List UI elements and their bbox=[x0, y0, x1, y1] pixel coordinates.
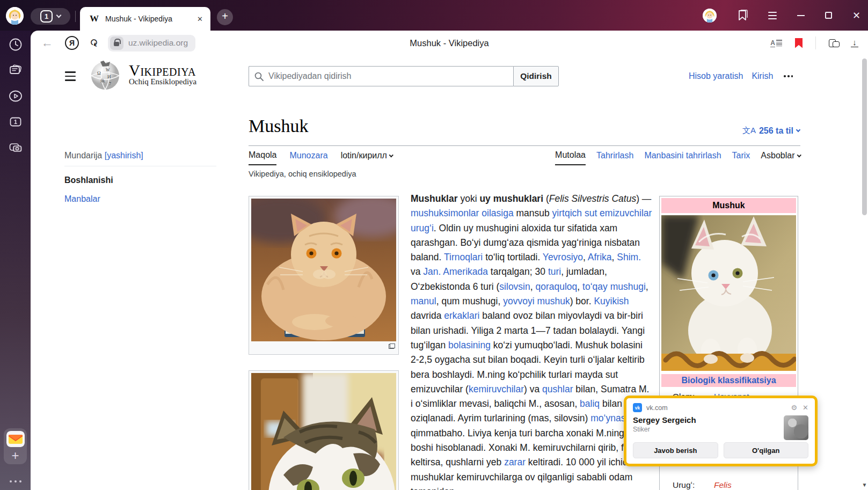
profile-avatar[interactable] bbox=[6, 7, 24, 25]
toc-hide-link[interactable]: [yashirish] bbox=[105, 151, 143, 160]
article-link[interactable]: zarar bbox=[504, 457, 526, 467]
article-tab[interactable]: lotin/кирилл bbox=[341, 150, 393, 165]
new-tab-button[interactable]: + bbox=[217, 9, 233, 25]
scrollbar-thumb[interactable] bbox=[862, 58, 867, 215]
article-link[interactable]: toʻqay mushugi bbox=[582, 281, 646, 292]
browser-tab-active[interactable]: W Mushuk - Vikipediya ✕ bbox=[80, 7, 210, 31]
article-link[interactable]: qoraquloq bbox=[535, 281, 577, 292]
add-app-button[interactable]: + bbox=[11, 450, 19, 461]
article-tab[interactable]: Manbasini tahrirlash bbox=[644, 150, 721, 165]
tab-close-icon[interactable]: ✕ bbox=[197, 15, 203, 23]
article-link[interactable]: bolasining bbox=[448, 340, 491, 350]
notification-message: Stiker bbox=[633, 426, 808, 433]
tabs-panel-icon[interactable]: 1 bbox=[9, 115, 23, 129]
search-button[interactable]: Qidirish bbox=[513, 66, 559, 86]
mail-app-icon[interactable] bbox=[6, 431, 25, 447]
article-tab[interactable]: Munozara bbox=[289, 150, 327, 165]
article-link[interactable]: yovvoyi mushuk bbox=[503, 296, 570, 306]
article-link[interactable]: Afrika bbox=[588, 252, 612, 262]
notification-settings-icon[interactable]: ⚙ bbox=[791, 404, 797, 412]
article-tab[interactable]: Tarix bbox=[732, 150, 750, 165]
back-button[interactable]: ← bbox=[41, 36, 53, 50]
article-link[interactable]: mushuksimonlar oilasiga bbox=[411, 208, 514, 218]
bookmarks-panel-icon[interactable] bbox=[737, 10, 748, 21]
notification-close-icon[interactable]: ✕ bbox=[803, 404, 808, 412]
browser-toolbar: ← Я ⟳ uz.wikipedia.org Mushuk - Vikipedi… bbox=[31, 31, 868, 55]
infobox-image-white-kitten[interactable] bbox=[661, 215, 796, 371]
article-link[interactable]: baliq bbox=[580, 398, 600, 409]
wiki-user-links: Hisob yaratish Kirish bbox=[689, 71, 793, 81]
article-tab[interactable]: Tahrirlash bbox=[596, 150, 633, 165]
article-link[interactable]: Shim. bbox=[617, 252, 641, 262]
collections-icon[interactable] bbox=[829, 39, 838, 47]
login-link[interactable]: Kirish bbox=[752, 71, 773, 81]
browser-menu-icon[interactable] bbox=[768, 12, 777, 19]
maximize-button[interactable] bbox=[825, 12, 832, 19]
scrollbar-down-arrow[interactable]: ▼ bbox=[861, 482, 868, 488]
lock-icon[interactable] bbox=[110, 36, 123, 50]
refresh-button[interactable]: ⟳ bbox=[86, 37, 101, 49]
infobox-row: Urugʻ:Felis bbox=[673, 480, 796, 490]
article-link[interactable]: kemiruvchilar bbox=[469, 384, 524, 394]
avatar-girl-icon bbox=[703, 9, 717, 23]
screenshot-icon[interactable] bbox=[9, 141, 23, 155]
article-link[interactable]: Tirnoqlari bbox=[444, 252, 483, 262]
article-image-cat-on-book[interactable] bbox=[249, 196, 399, 355]
tab-counter-value: 1 bbox=[40, 10, 53, 23]
article-link[interactable]: qushlar bbox=[542, 384, 573, 394]
download-icon[interactable]: ↓ bbox=[851, 39, 858, 48]
article-tab[interactable]: Maqola bbox=[249, 150, 276, 165]
video-icon[interactable] bbox=[9, 89, 23, 103]
table-of-contents: Mundarija [yashirish] BoshlanishiManbala… bbox=[64, 151, 216, 204]
biological-classification-link[interactable]: Biologik klassifikatsiya bbox=[681, 376, 776, 385]
tab-counter[interactable]: 1 bbox=[31, 8, 70, 25]
toc-item[interactable]: Manbalar bbox=[64, 194, 216, 204]
yandex-button[interactable]: Я bbox=[65, 36, 79, 50]
create-account-link[interactable]: Hisob yaratish bbox=[689, 71, 743, 81]
toolbar-divider bbox=[815, 36, 816, 49]
article-tab[interactable]: Asboblar bbox=[761, 150, 800, 165]
article-link[interactable]: Yevrosiyo bbox=[543, 252, 583, 262]
chevron-down-icon bbox=[797, 153, 801, 157]
vk-notification-popup: vk vk.com ⚙ ✕ Sergey Sergeich Stiker Jav… bbox=[624, 396, 818, 466]
address-bar[interactable]: uz.wikipedia.org bbox=[108, 35, 195, 52]
page-scrollbar[interactable]: ▼ bbox=[861, 55, 868, 490]
notification-sticker-thumbnail[interactable] bbox=[784, 415, 808, 440]
toc-item[interactable]: Boshlanishi bbox=[64, 175, 216, 185]
wikipedia-globe-logo[interactable]: Ω W И 魚 7 bbox=[90, 60, 121, 93]
article-image-tabby-cat[interactable] bbox=[249, 370, 399, 490]
title-divider bbox=[249, 145, 800, 146]
article-link[interactable]: silovsin bbox=[499, 281, 530, 292]
article-link[interactable]: Jan. Amerikada bbox=[423, 266, 488, 277]
article-link[interactable]: manul bbox=[411, 296, 436, 306]
article-link[interactable]: Kuyikish bbox=[594, 296, 629, 306]
notification-action-button[interactable]: O'qilgan bbox=[724, 442, 809, 458]
language-selector[interactable]: 文A 256 ta til bbox=[742, 126, 800, 136]
window-close-button[interactable]: ✕ bbox=[852, 10, 860, 21]
wikipedia-wordmark[interactable]: Vikipediya Ochiq Ensiklopediya bbox=[129, 62, 196, 86]
notification-action-button[interactable]: Javob berish bbox=[633, 442, 718, 458]
infobox-row-value[interactable]: Felis bbox=[714, 480, 732, 490]
minimize-button[interactable] bbox=[797, 15, 805, 16]
article-tab[interactable]: Mutolaa bbox=[555, 150, 586, 165]
article-link[interactable]: moʻynasi bbox=[590, 413, 628, 423]
reader-mode-icon[interactable]: A bbox=[770, 39, 782, 47]
article-subtitle: Vikipediya, ochiq ensiklopediya bbox=[249, 170, 356, 178]
user-more-icon[interactable] bbox=[784, 75, 793, 77]
notification-source: vk.com bbox=[646, 404, 786, 412]
article-tabs: MaqolaMunozaralotin/кирилл MutolaaTahrir… bbox=[249, 150, 800, 166]
bookmark-added-icon[interactable] bbox=[795, 38, 803, 48]
wiki-menu-icon[interactable] bbox=[65, 71, 76, 81]
toc-divider bbox=[64, 166, 216, 166]
article-link[interactable]: erkaklari bbox=[444, 310, 479, 321]
article-link[interactable]: turi bbox=[548, 266, 561, 277]
vk-logo-icon: vk bbox=[633, 403, 642, 412]
toc-header: Mundarija [yashirish] bbox=[64, 151, 216, 160]
history-icon[interactable] bbox=[9, 38, 23, 52]
sync-avatar[interactable] bbox=[703, 9, 717, 23]
sidebar-more-icon[interactable] bbox=[10, 480, 21, 482]
search-input[interactable]: Vikipediyadan qidirish bbox=[249, 66, 513, 86]
feed-icon[interactable] bbox=[9, 63, 23, 77]
svg-text:1: 1 bbox=[13, 119, 17, 125]
enlarge-icon[interactable] bbox=[389, 343, 395, 349]
